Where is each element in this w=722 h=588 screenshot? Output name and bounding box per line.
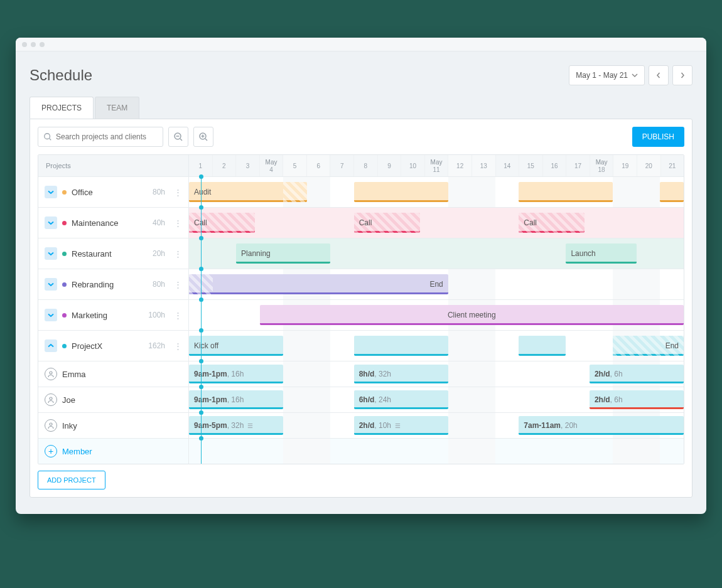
day-header: 20 [637,155,661,176]
kebab-icon[interactable]: ⋮ [174,218,182,228]
schedule-bar[interactable]: Call [354,213,420,233]
schedule-bar[interactable] [354,182,448,202]
expand-button[interactable] [45,247,57,260]
schedule-bar[interactable] [519,182,613,202]
today-indicator [201,269,202,299]
schedule-bar[interactable]: Client meeting [260,305,684,325]
weekend-shade [448,177,495,207]
window-dot [31,42,36,47]
schedule-bar[interactable]: Audit [189,182,307,202]
tab-team[interactable]: TEAM [95,97,139,119]
schedule-bar[interactable]: 2h/d, 6h [590,365,684,383]
project-color-dot [62,344,67,348]
kebab-icon[interactable]: ⋮ [174,249,182,259]
project-hours: 40h [153,218,165,227]
project-row-left: Marketing100h⋮ [38,300,189,330]
today-indicator [201,387,202,412]
kebab-icon[interactable]: ⋮ [174,280,182,289]
schedule-bar[interactable]: 7am-11am, 20h [519,416,684,435]
project-row-left: Office80h⋮ [38,177,189,207]
today-indicator [201,413,202,438]
schedule-bar[interactable] [660,182,684,202]
schedule-bar[interactable]: End [613,336,684,356]
project-color-dot [62,313,67,318]
schedule-bar[interactable] [354,336,448,356]
project-hours: 80h [153,188,165,196]
schedule-bar[interactable]: 6h/d, 24h [354,390,448,409]
next-button[interactable] [672,65,692,85]
add-project-button[interactable]: ADD PROJECT [38,471,105,489]
search-icon [43,132,52,141]
day-header: 17 [566,155,590,176]
project-timeline: Audit [189,177,684,207]
schedule-bar[interactable]: Call [519,213,585,233]
schedule-bar[interactable]: Call [189,213,255,233]
schedule-bar[interactable]: Launch [566,243,637,264]
day-header: 14 [496,155,520,176]
today-indicator [201,208,202,238]
search-input-wrapper[interactable] [38,127,163,147]
column-header-projects: Projects [38,155,189,176]
note-icon: ☰ [395,422,401,429]
schedule-bar[interactable]: Kick off [189,336,283,356]
caret-down-icon [632,72,638,78]
schedule-bar[interactable]: 2h/d, 10h☰ [354,416,448,435]
weekend-shade [613,177,660,207]
weekend-shade [283,413,330,438]
schedule-bar[interactable]: 9am-5pm, 32h☰ [189,416,283,435]
schedule-bar[interactable]: Planning [236,243,330,264]
weekend-shade [448,439,495,464]
avatar-icon [45,419,57,432]
day-header: 15 [519,155,543,176]
today-indicator [201,238,202,269]
zoom-out-button[interactable] [168,127,188,147]
project-name: Maintenance [72,218,118,228]
window-titlebar [16,38,706,51]
weekend-shade [448,387,495,412]
kebab-icon[interactable]: ⋮ [174,341,182,351]
timeline-header: 123May45678910May11121314151617May181920… [189,155,684,176]
today-indicator [201,331,202,361]
zoom-out-icon [173,132,183,142]
project-row-left: ProjectX162h⋮ [38,331,189,361]
member-row-left: Emma [38,361,189,387]
member-row-left: Joe [38,387,189,412]
project-color-dot [62,190,67,195]
schedule-bar[interactable]: 2h/d, 6h [590,390,684,409]
schedule-bar[interactable]: End [189,274,448,294]
schedule-bar[interactable]: 8h/d, 32h [354,365,448,383]
schedule-bar[interactable]: 9am-1pm, 16h [189,390,283,409]
member-row-left: Inky [38,413,189,438]
prev-button[interactable] [649,65,669,85]
member-name: Emma [62,370,86,379]
day-header: 3 [236,155,260,176]
project-timeline: End [189,269,684,299]
project-timeline: Client meeting [189,300,684,330]
page-title: Schedule [30,67,92,84]
search-input[interactable] [56,132,158,141]
day-header: 5 [283,155,307,176]
expand-button[interactable] [45,278,57,291]
collapse-button[interactable] [45,339,57,352]
expand-button[interactable] [45,216,57,229]
date-range-picker[interactable]: May 1 - May 21 [569,65,645,85]
day-header: May11 [425,155,449,176]
chevron-right-icon [679,72,686,78]
expand-button[interactable] [45,186,57,198]
schedule-bar[interactable] [519,336,566,356]
publish-button[interactable]: PUBLISH [632,127,684,147]
kebab-icon[interactable]: ⋮ [174,311,182,320]
member-timeline: 9am-5pm, 32h☰2h/d, 10h☰7am-11am, 20h [189,413,684,438]
project-color-dot [62,221,67,225]
add-member-button[interactable]: +Member [38,439,189,464]
expand-button[interactable] [45,309,57,321]
today-indicator [201,361,202,387]
project-row-left: Maintenance40h⋮ [38,208,189,238]
schedule-bar[interactable]: 9am-1pm, 16h [189,365,283,383]
zoom-in-button[interactable] [193,127,213,147]
project-row-left: Rebranding80h⋮ [38,269,189,299]
kebab-icon[interactable]: ⋮ [174,188,182,197]
weekend-shade [613,439,660,464]
tab-projects[interactable]: PROJECTS [30,97,94,119]
weekend-shade [283,331,330,361]
